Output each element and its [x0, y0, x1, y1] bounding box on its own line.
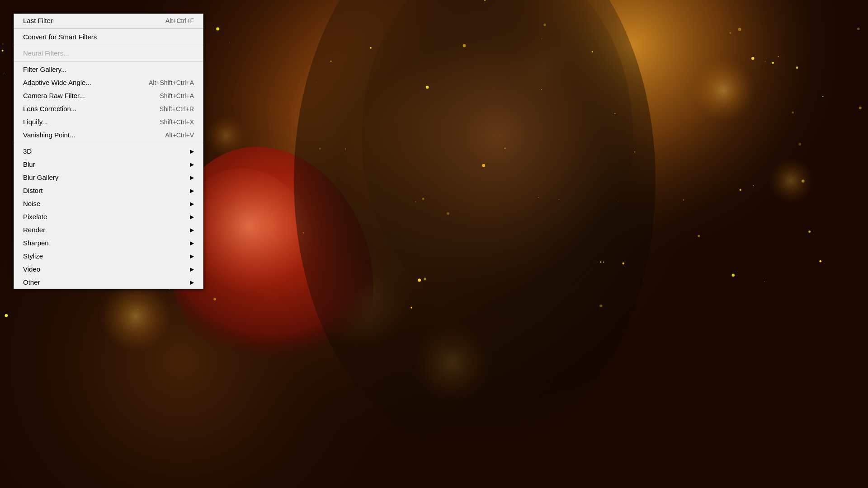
menu-item-label-convert-smart-filters: Convert for Smart Filters	[23, 33, 194, 41]
menu-item-adaptive-wide-angle[interactable]: Adaptive Wide Angle...Alt+Shift+Ctrl+A	[14, 76, 203, 89]
menu-item-label-liquify: Liquify...	[23, 118, 146, 126]
menu-item-label-vanishing-point: Vanishing Point...	[23, 131, 151, 139]
menu-item-blur-gallery[interactable]: Blur Gallery▶	[14, 171, 203, 184]
menu-item-label-adaptive-wide-angle: Adaptive Wide Angle...	[23, 79, 135, 86]
menu-item-vanishing-point[interactable]: Vanishing Point...Alt+Ctrl+V	[14, 128, 203, 141]
menu-item-arrow-stylize: ▶	[190, 253, 194, 259]
menu-item-shortcut-adaptive-wide-angle: Alt+Shift+Ctrl+A	[149, 79, 194, 86]
menu-item-shortcut-camera-raw-filter: Shift+Ctrl+A	[160, 92, 194, 99]
menu-item-shortcut-vanishing-point: Alt+Ctrl+V	[165, 131, 194, 139]
menu-item-lens-correction[interactable]: Lens Correction...Shift+Ctrl+R	[14, 102, 203, 115]
menu-item-label-neural-filters: Neural Filters...	[23, 49, 194, 57]
menu-item-label-pixelate: Pixelate	[23, 213, 185, 221]
menu-item-arrow-render: ▶	[190, 227, 194, 233]
menu-item-arrow-pixelate: ▶	[190, 214, 194, 220]
menu-item-arrow-3d: ▶	[190, 148, 194, 155]
menu-item-video[interactable]: Video▶	[14, 263, 203, 276]
menu-item-neural-filters: Neural Filters...	[14, 47, 203, 60]
menu-item-last-filter[interactable]: Last FilterAlt+Ctrl+F	[14, 14, 203, 27]
menu-item-label-render: Render	[23, 226, 185, 234]
menu-item-label-sharpen: Sharpen	[23, 239, 185, 247]
menu-item-arrow-blur-gallery: ▶	[190, 174, 194, 181]
menu-item-shortcut-lens-correction: Shift+Ctrl+R	[160, 105, 194, 113]
menu-item-label-stylize: Stylize	[23, 252, 185, 260]
separator-separator-2	[14, 45, 203, 45]
menu-item-3d[interactable]: 3D▶	[14, 145, 203, 158]
menu-item-blur[interactable]: Blur▶	[14, 158, 203, 171]
menu-item-arrow-other: ▶	[190, 279, 194, 286]
menu-item-label-blur: Blur	[23, 160, 185, 168]
separator-separator-4	[14, 143, 203, 143]
menu-item-render[interactable]: Render▶	[14, 223, 203, 236]
menu-item-distort[interactable]: Distort▶	[14, 184, 203, 197]
menu-item-label-3d: 3D	[23, 147, 185, 155]
menu-item-arrow-video: ▶	[190, 266, 194, 272]
separator-separator-3	[14, 61, 203, 61]
separator-separator-1	[14, 28, 203, 29]
menu-item-label-lens-correction: Lens Correction...	[23, 105, 146, 113]
menu-item-label-distort: Distort	[23, 187, 185, 194]
menu-item-label-last-filter: Last Filter	[23, 17, 152, 24]
menu-item-noise[interactable]: Noise▶	[14, 197, 203, 210]
menu-item-label-blur-gallery: Blur Gallery	[23, 174, 185, 181]
menu-item-label-noise: Noise	[23, 200, 185, 207]
menu-item-liquify[interactable]: Liquify...Shift+Ctrl+X	[14, 115, 203, 128]
menu-item-arrow-blur: ▶	[190, 161, 194, 168]
menu-item-arrow-sharpen: ▶	[190, 240, 194, 246]
menu-item-label-camera-raw-filter: Camera Raw Filter...	[23, 92, 146, 99]
menu-item-convert-smart-filters[interactable]: Convert for Smart Filters	[14, 30, 203, 43]
menu-item-sharpen[interactable]: Sharpen▶	[14, 236, 203, 249]
menu-item-arrow-distort: ▶	[190, 188, 194, 194]
menu-item-pixelate[interactable]: Pixelate▶	[14, 210, 203, 223]
menu-item-label-video: Video	[23, 265, 185, 273]
menu-item-arrow-noise: ▶	[190, 201, 194, 207]
menu-item-other[interactable]: Other▶	[14, 276, 203, 289]
menu-item-shortcut-liquify: Shift+Ctrl+X	[160, 118, 194, 126]
menu-item-shortcut-last-filter: Alt+Ctrl+F	[165, 17, 194, 24]
menu-item-camera-raw-filter[interactable]: Camera Raw Filter...Shift+Ctrl+A	[14, 89, 203, 102]
menu-item-filter-gallery[interactable]: Filter Gallery...	[14, 63, 203, 76]
menu-item-label-filter-gallery: Filter Gallery...	[23, 66, 194, 73]
menu-item-label-other: Other	[23, 278, 185, 286]
filter-dropdown-menu[interactable]: Last FilterAlt+Ctrl+FConvert for Smart F…	[14, 14, 203, 289]
menu-item-stylize[interactable]: Stylize▶	[14, 249, 203, 263]
